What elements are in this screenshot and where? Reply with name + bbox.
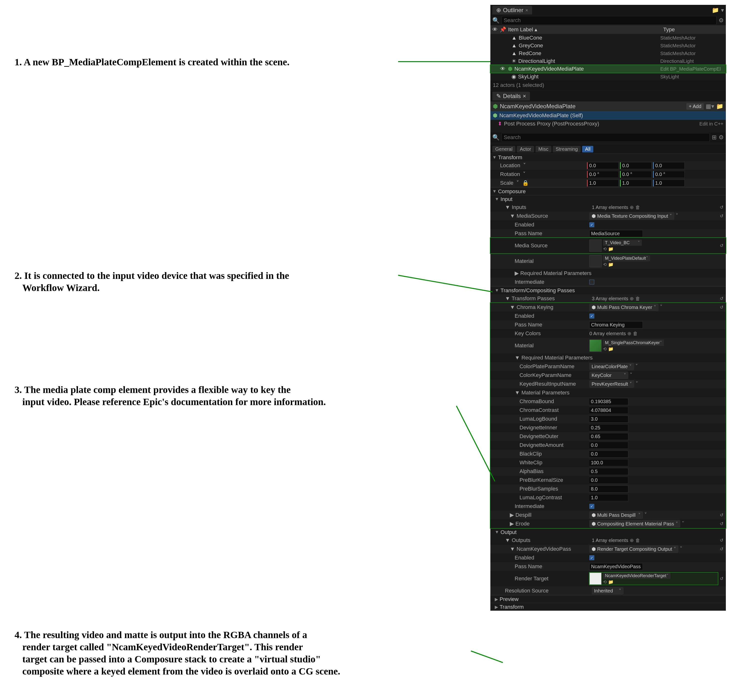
close-icon[interactable]: × [523,93,526,100]
enabled-checkbox[interactable]: ✓ [590,314,594,318]
section-bottom-transform[interactable]: ▶Transform [490,603,726,611]
filter-general[interactable]: General [492,146,516,152]
param-input[interactable] [590,477,628,484]
resolution-source-dropdown[interactable]: Inherited˅ [592,587,623,594]
outliner-item[interactable]: ▲BlueConeStaticMeshActor [490,34,726,42]
browse-icon[interactable]: 📁 [716,103,723,110]
add-element-icon[interactable]: ⊕ [627,331,632,336]
asset-thumbnail[interactable] [590,255,601,267]
render-target-dropdown[interactable]: NcamKeyedVideoRenderTarget˅ [603,572,671,579]
add-component-button[interactable]: + Add [686,103,704,110]
clear-array-icon[interactable]: 🗑 [635,205,640,210]
asset-thumbnail[interactable] [590,340,601,352]
reset-icon[interactable]: ↺ [720,205,723,210]
chevron-down-icon[interactable]: ˅ [516,180,519,186]
filter-misc[interactable]: Misc [536,146,551,152]
prop-chroma-req[interactable]: ▼ Required Material Parameters [490,353,726,362]
property-matrix-icon[interactable]: ⊞ [712,134,717,141]
chevron-down-icon[interactable]: ▼ [510,546,515,552]
chevron-down-icon[interactable]: ▼ [505,537,510,543]
outliner-item-selected[interactable]: 👁⬢NcamKeyedVideoMediaPlateEdit BP_MediaP… [490,65,726,73]
use-selected-icon[interactable]: ⟲ [603,346,607,352]
filter-streaming[interactable]: Streaming [553,146,581,152]
chevron-down-icon[interactable]: ˅ [660,304,662,311]
erode-type-dropdown[interactable]: ⬢Compositing Element Material Pass˅ [590,520,680,527]
eye-column-icon[interactable]: 👁 [492,26,498,33]
param-dropdown[interactable]: LinearColorPlate˅ [590,363,634,370]
section-tcp[interactable]: ▼Transform/Compositing Passes [490,286,726,294]
param-input[interactable] [590,424,628,431]
despill-type-dropdown[interactable]: ⬢Multi Pass Despill˅ [590,511,643,519]
rotation-z[interactable] [653,171,685,178]
chroma-material-dropdown[interactable]: M_SinglePassChromaKeyer˅ [603,340,664,346]
section-transform[interactable]: ▼Transform [490,153,726,161]
outliner-item[interactable]: ☀DirectionalLightDirectionalLight [490,57,726,65]
reset-icon[interactable]: ↺ [720,537,723,543]
chevron-down-icon[interactable]: ▼ [515,354,520,361]
component-proxy-row[interactable]: ⬍ Post Process Proxy (PostProcessProxy) … [490,120,726,128]
chevron-down-icon[interactable]: ˅ [523,163,526,168]
browse-icon[interactable]: 📁 [608,579,613,585]
media-source-dropdown[interactable]: T_Video_BC˅ [603,240,642,246]
col-item-label[interactable]: Item Label ▴ [508,26,661,33]
reset-icon[interactable]: ↺ [720,243,723,248]
add-element-icon[interactable]: ⊕ [630,204,634,210]
expand-icon[interactable]: ▾ [721,7,724,14]
passname-input[interactable] [590,230,643,237]
filter-all[interactable]: All [582,146,593,152]
location-y[interactable] [620,162,652,169]
param-dropdown[interactable]: PrevKeyerResult˅ [590,380,634,388]
passname-input[interactable] [590,563,643,570]
chevron-down-icon[interactable]: ˅ [682,521,684,527]
location-x[interactable] [587,162,619,169]
chevron-down-icon[interactable]: ▼ [510,304,515,310]
chevron-down-icon[interactable]: ▼ [510,213,515,219]
clear-array-icon[interactable]: 🗑 [635,296,640,301]
section-output[interactable]: ▼Output [490,528,726,536]
browse-icon[interactable]: 📁 [608,246,613,252]
clear-array-icon[interactable]: 🗑 [635,537,640,543]
scale-x[interactable] [587,180,619,187]
asset-thumbnail[interactable] [590,572,601,585]
outliner-item[interactable]: ▲GreyConeStaticMeshActor [490,42,726,49]
chevron-down-icon[interactable]: ˅ [636,381,638,387]
param-input[interactable] [590,485,628,492]
passname-input[interactable] [590,321,643,328]
chevron-down-icon[interactable]: ˅ [635,363,638,370]
section-input[interactable]: ▼Input [490,195,726,203]
browse-icon[interactable]: 📁 [608,346,613,352]
chevron-right-icon[interactable]: ▶ [510,512,514,518]
chevron-down-icon[interactable]: ▼ [505,295,510,301]
prop-material-parameters[interactable]: ▼ Material Parameters [490,388,726,397]
outliner-tab[interactable]: ⊕ Outliner × [492,6,532,15]
actor-name[interactable]: NcamKeyedVideoMediaPlate [500,103,684,110]
chevron-down-icon[interactable]: ▼ [515,389,520,396]
settings-icon[interactable]: ⚙ [719,134,724,141]
use-selected-icon[interactable]: ⟲ [603,579,607,585]
chevron-down-icon[interactable]: ˅ [675,213,678,219]
asset-thumbnail[interactable] [590,240,601,252]
enabled-checkbox[interactable]: ✓ [590,555,594,560]
location-z[interactable] [653,162,685,169]
browse-icon[interactable]: 📁 [608,262,613,267]
close-icon[interactable]: × [525,7,528,13]
param-input[interactable] [590,415,628,423]
intermediate-checkbox[interactable]: ✓ [590,504,594,509]
param-input[interactable] [590,442,628,449]
chevron-right-icon[interactable]: ▶ [515,270,519,276]
intermediate-checkbox[interactable] [590,280,594,285]
chroma-type-dropdown[interactable]: ⬢Multi Pass Chroma Keyer˅ [590,304,658,311]
material-dropdown[interactable]: M_VideoPlateDefault˅ [603,255,650,261]
param-input[interactable] [590,468,628,475]
chevron-down-icon[interactable]: ▼ [505,204,510,210]
param-input[interactable] [590,459,628,466]
add-element-icon[interactable]: ⊕ [630,296,634,301]
blueprint-edit-icon[interactable]: ▦▾ [706,103,714,110]
details-tab[interactable]: ✎ Details × [492,92,530,100]
rotation-x[interactable] [587,171,619,178]
reset-icon[interactable]: ↺ [720,576,723,581]
use-selected-icon[interactable]: ⟲ [603,246,607,252]
scale-y[interactable] [620,180,652,187]
edit-in-cpp-link[interactable]: Edit in C++ [699,121,723,127]
reset-icon[interactable]: ↺ [720,213,723,219]
